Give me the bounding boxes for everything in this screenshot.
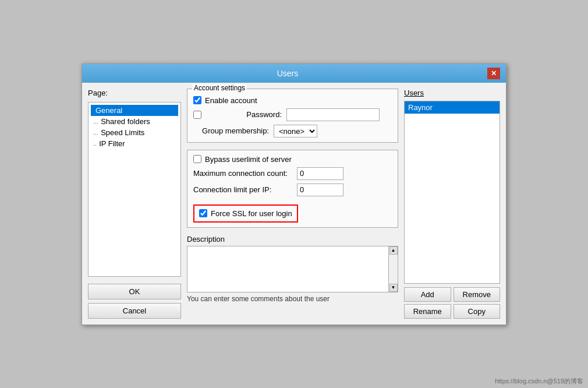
description-textarea[interactable]	[189, 248, 387, 291]
scrollbar-down-btn[interactable]: ▼	[389, 284, 398, 292]
tree-prefix-3: ...	[93, 129, 98, 136]
description-label: Description	[187, 235, 398, 244]
description-hint: You can enter some comments about the us…	[187, 295, 398, 303]
user-buttons: Add Remove Rename Copy	[404, 287, 500, 319]
rename-button[interactable]: Rename	[404, 304, 451, 319]
sidebar-item-shared-folders[interactable]: ... Shared folders	[91, 116, 178, 127]
group-membership-select[interactable]: <none>	[274, 125, 317, 137]
group-membership-row: Group membership: <none>	[193, 125, 392, 137]
account-settings-content: Enable account Password: Group membershi…	[193, 96, 392, 137]
conn-limit-label: Connection limit per IP:	[193, 185, 292, 194]
conn-limit-input[interactable]	[297, 184, 343, 196]
description-textarea-wrapper: ▲ ▼	[187, 246, 398, 292]
bypass-row: Bypass userlimit of server	[193, 155, 392, 164]
right-panel: Users Raynor Add Remove Rename Copy	[404, 89, 500, 319]
sidebar-item-ip-filter[interactable]: .. IP Filter	[91, 138, 178, 149]
enable-account-checkbox[interactable]	[193, 96, 201, 104]
close-button[interactable]: ✕	[487, 68, 500, 79]
cancel-button[interactable]: Cancel	[88, 303, 181, 319]
max-conn-label: Maximum connection count:	[193, 169, 292, 178]
scrollbar-up-btn[interactable]: ▲	[389, 246, 398, 255]
tree-prefix-4: ..	[93, 140, 97, 147]
force-ssl-label: Force SSL for user login	[211, 209, 292, 218]
sidebar-item-shared-folders-label: Shared folders	[101, 117, 150, 126]
sidebar-item-ip-filter-label: IP Filter	[99, 139, 125, 148]
account-settings-title: Account settings	[192, 84, 247, 92]
max-conn-row: Maximum connection count:	[193, 167, 392, 180]
copy-button[interactable]: Copy	[454, 304, 501, 319]
dialog: Users ✕ Page: General ... Shared folders…	[82, 64, 506, 325]
password-input[interactable]	[286, 108, 380, 121]
bottom-buttons: OK Cancel	[88, 284, 181, 319]
conn-limit-row: Connection limit per IP:	[193, 184, 392, 196]
bypass-checkbox[interactable]	[193, 155, 201, 163]
add-button[interactable]: Add	[404, 287, 451, 302]
password-checkbox[interactable]	[193, 111, 201, 119]
title-bar: Users ✕	[82, 64, 506, 83]
remove-button[interactable]: Remove	[454, 287, 501, 302]
watermark: https://blog.csdn.n@519的博客	[495, 377, 583, 386]
dialog-body: Page: General ... Shared folders ... Spe…	[82, 83, 506, 324]
nav-tree: General ... Shared folders ... Speed Lim…	[88, 102, 181, 277]
left-panel: Page: General ... Shared folders ... Spe…	[88, 89, 181, 319]
force-ssl-checkbox[interactable]	[199, 209, 207, 217]
description-scrollbar[interactable]: ▲ ▼	[388, 246, 398, 292]
bypass-label: Bypass userlimit of server	[205, 155, 292, 164]
enable-account-label: Enable account	[205, 96, 257, 105]
description-section: Description ▲ ▼ You can enter some comme…	[187, 235, 398, 303]
users-list: Raynor	[404, 101, 500, 284]
user-item-raynor[interactable]: Raynor	[405, 101, 500, 114]
connection-group: Bypass userlimit of server Maximum conne…	[187, 150, 398, 228]
force-ssl-wrapper: Force SSL for user login	[193, 201, 392, 223]
page-label: Page:	[88, 89, 181, 97]
password-row: Password:	[193, 108, 392, 121]
max-conn-input[interactable]	[297, 167, 343, 180]
group-membership-label: Group membership:	[193, 126, 269, 135]
dialog-title: Users	[88, 69, 487, 78]
middle-panel: Account settings Enable account Password…	[187, 89, 398, 319]
users-panel-label: Users	[404, 89, 500, 97]
account-settings-group: Account settings Enable account Password…	[187, 89, 398, 143]
password-label: Password:	[206, 110, 282, 119]
sidebar-item-speed-limits[interactable]: ... Speed Limits	[91, 127, 178, 138]
sidebar-item-general[interactable]: General	[91, 105, 178, 116]
sidebar-item-general-label: General	[95, 106, 122, 115]
ok-button[interactable]: OK	[88, 284, 181, 299]
tree-prefix-2: ...	[93, 118, 98, 125]
enable-account-row: Enable account	[193, 96, 392, 105]
force-ssl-box: Force SSL for user login	[193, 204, 298, 223]
sidebar-item-speed-limits-label: Speed Limits	[101, 128, 144, 137]
